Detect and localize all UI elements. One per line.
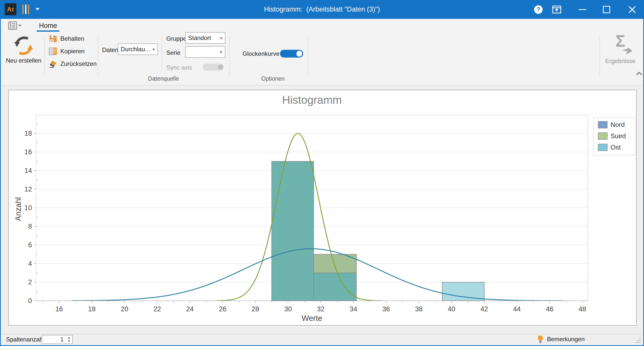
panel-up-icon [552,6,561,14]
results-button-label: Ergebnisse [603,58,638,65]
svg-text:10: 10 [24,204,32,212]
new-button-label: Neu erstellen [5,57,42,64]
title-bar: Aτ Histogramm: (Arbeitsblatt "Daten (3)"… [1,0,643,19]
eraser-icon [49,60,57,68]
remarks-label: Bemerkungen [547,336,585,343]
svg-text:18: 18 [88,305,96,313]
svg-text:48: 48 [579,305,586,313]
app-window: Aτ Histogramm: (Arbeitsblatt "Daten (3)"… [0,0,644,346]
svg-text:24: 24 [186,305,194,313]
tab-home-underline [37,30,59,32]
minimize-icon [579,9,586,10]
column-count-label: Spaltenanzahl [6,336,44,343]
svg-text:34: 34 [350,305,357,313]
svg-text:44: 44 [513,305,521,313]
spinner-down-icon[interactable]: ▼ [67,339,71,343]
svg-text:14: 14 [24,167,32,174]
legend-label: Ost [611,143,621,151]
group-combobox-value: Standort [186,34,217,41]
legend-swatch [598,121,608,128]
legend-item: Ost [598,143,621,151]
svg-text:22: 22 [153,305,161,313]
remarks-button[interactable]: Bemerkungen [537,335,585,343]
copy-button-label: Kopieren [60,48,85,55]
svg-text:4: 4 [28,260,32,267]
svg-text:12: 12 [24,185,32,193]
resize-grip[interactable] [635,337,640,343]
svg-text:8: 8 [28,223,32,230]
svg-text:16: 16 [24,148,32,156]
svg-text:20: 20 [121,305,128,313]
group-combobox[interactable]: Standort ▼ [185,32,225,44]
svg-text:6: 6 [28,241,32,249]
bell-curve-label: Glockenkurve [243,50,279,57]
maximize-button[interactable] [597,0,616,19]
sync-axis-label: Sync axis [166,64,192,71]
file-menu-button[interactable] [8,20,24,31]
keep-button-label: Behalten [60,35,84,42]
legend-swatch [598,144,608,151]
bell-curve-toggle[interactable] [280,50,303,58]
series-combobox[interactable]: ▼ [185,46,225,58]
chevron-down-icon: ▼ [150,47,157,52]
data-combobox-value: Durchlau... [118,46,150,53]
new-button[interactable]: Neu erstellen [5,33,42,79]
ribbon: Home Neu erstellen Behalten [2,19,642,85]
svg-text:40: 40 [448,305,455,313]
svg-text:36: 36 [382,305,390,313]
content-area: 0246810121416181618202224262830323436384… [2,85,642,334]
svg-text:32: 32 [317,305,325,313]
lightbulb-icon [537,335,544,343]
ribbon-separator [308,36,308,75]
sigma-arrow-icon: Σ [603,33,638,58]
chart-container: 0246810121416181618202224262830323436384… [8,90,637,326]
restore-panel-button[interactable] [548,0,566,19]
group-label-options: Optionen [235,75,311,82]
series-field-label: Serie [166,49,180,56]
svg-text:42: 42 [480,305,488,313]
tab-home[interactable]: Home [37,22,59,30]
data-combobox[interactable]: Durchlau... ▼ [118,43,158,55]
svg-text:30: 30 [284,305,292,313]
toggle-knob [296,51,302,57]
ribbon-separator [229,36,230,75]
collapse-ribbon-icon[interactable] [636,72,643,76]
help-icon: ? [534,5,543,14]
legend-item: Nord [598,121,625,129]
column-count-spinner[interactable]: 1 ▲ ▼ [42,335,73,344]
column-count-value: 1 [42,336,66,343]
svg-text:18: 18 [24,130,32,137]
sigma-arrow-head [622,48,632,55]
keep-button[interactable]: Behalten [49,34,84,43]
svg-text:28: 28 [252,305,259,313]
spinner-up-icon[interactable]: ▲ [67,336,71,339]
results-button: Σ Ergebnisse [603,33,638,79]
group-label-datasource: Datenquelle [126,75,201,82]
group-inner-separator [162,34,162,72]
close-button[interactable] [623,0,641,19]
legend-swatch [598,132,608,140]
help-button[interactable]: ? [529,0,547,19]
ribbon-separator [599,36,600,75]
copy-button[interactable]: Kopieren [49,46,85,56]
legend-label: Nord [611,121,625,129]
svg-text:38: 38 [415,305,423,313]
maximize-icon [603,6,610,13]
chart-title: Histogramm [36,94,588,106]
svg-text:26: 26 [219,305,226,313]
reset-button-label: Zurücksetzen [60,60,97,67]
status-bar: Spaltenanzahl 1 ▲ ▼ Bemerkungen [2,334,642,344]
reset-button[interactable]: Zurücksetzen [49,59,97,69]
legend-label: Sued [611,132,626,140]
refresh-arrows-icon [13,35,34,56]
group-field-label: Gruppe [166,35,186,42]
svg-text:2: 2 [28,278,32,286]
ribbon-separator [44,36,45,75]
minimize-button[interactable] [573,0,591,19]
svg-text:16: 16 [55,305,63,313]
x-axis-title: Werte [36,314,588,323]
save-floppy-icon [49,34,57,43]
toggle-knob [218,65,223,70]
ribbon-separator [98,36,98,75]
sync-axis-toggle [203,64,224,71]
